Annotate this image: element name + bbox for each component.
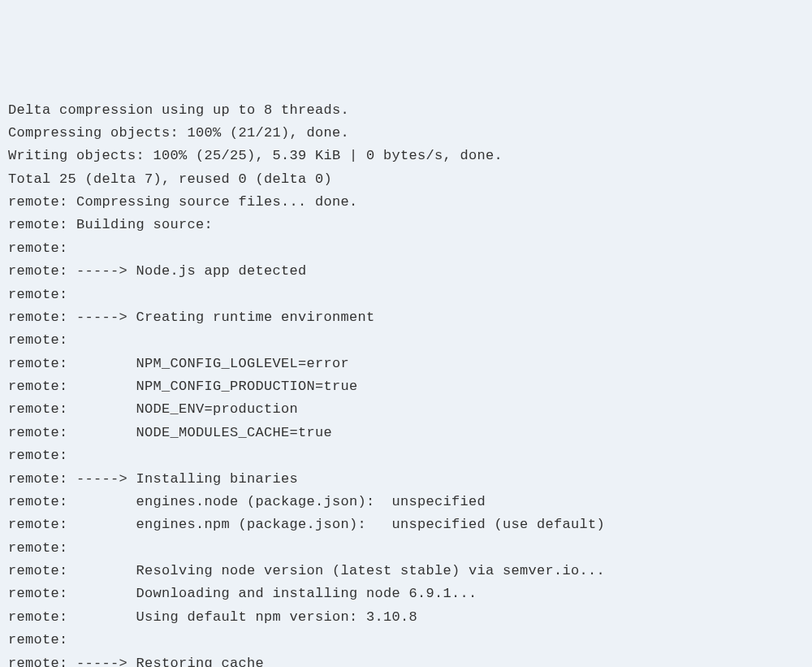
terminal-line: remote: -----> Node.js app detected	[8, 260, 804, 283]
terminal-line: Delta compression using up to 8 threads.	[8, 99, 804, 122]
terminal-line: remote: Downloading and installing node …	[8, 583, 804, 605]
terminal-line: remote: -----> Restoring cache	[8, 652, 804, 668]
terminal-line: Writing objects: 100% (25/25), 5.39 KiB …	[8, 145, 804, 167]
terminal-line: Total 25 (delta 7), reused 0 (delta 0)	[8, 168, 804, 191]
terminal-line: remote: NODE_ENV=production	[8, 398, 804, 421]
terminal-line: remote: NODE_MODULES_CACHE=true	[8, 422, 804, 444]
terminal-line: remote: Building source:	[8, 214, 804, 236]
terminal-line: remote: engines.npm (package.json): unsp…	[8, 513, 804, 536]
terminal-line: remote:	[8, 284, 804, 306]
terminal-line: remote: Resolving node version (latest s…	[8, 560, 804, 583]
terminal-line: remote:	[8, 237, 804, 260]
terminal-line: remote: -----> Installing binaries	[8, 468, 804, 491]
terminal-line: remote: Compressing source files... done…	[8, 191, 804, 214]
terminal-line: remote: -----> Creating runtime environm…	[8, 306, 804, 329]
terminal-line: Compressing objects: 100% (21/21), done.	[8, 122, 804, 145]
terminal-line: remote: engines.node (package.json): uns…	[8, 491, 804, 513]
terminal-output: Delta compression using up to 8 threads.…	[8, 99, 804, 668]
terminal-line: remote:	[8, 537, 804, 560]
terminal-line: remote: NPM_CONFIG_LOGLEVEL=error	[8, 353, 804, 375]
terminal-line: remote:	[8, 629, 804, 652]
terminal-line: remote: Using default npm version: 3.10.…	[8, 606, 804, 629]
terminal-line: remote: NPM_CONFIG_PRODUCTION=true	[8, 375, 804, 398]
terminal-line: remote:	[8, 444, 804, 467]
terminal-line: remote:	[8, 329, 804, 352]
